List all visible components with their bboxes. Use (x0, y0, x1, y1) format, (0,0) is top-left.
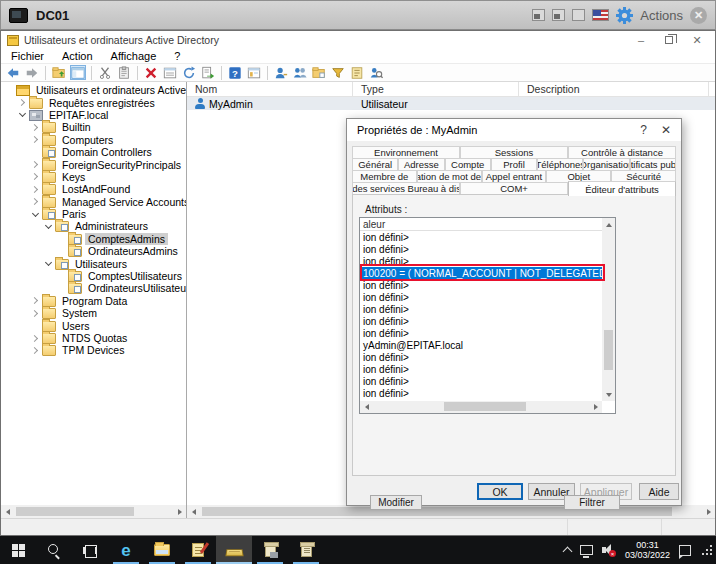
menu-item-fichier[interactable]: Fichier (11, 50, 44, 62)
collapse-icon[interactable] (43, 225, 54, 228)
open-folder-icon[interactable] (51, 65, 67, 80)
tree-item-utilisateurs-et-ordinateurs-active-directory-d[interactable]: Utilisateurs et ordinateurs Active Direc… (1, 84, 186, 96)
filter-button[interactable]: Filtrer (564, 495, 620, 510)
clipboard-icon[interactable] (116, 65, 132, 80)
attribute-row[interactable]: ion défini> (360, 279, 602, 291)
expand-icon[interactable] (30, 199, 41, 204)
directory-book-icon[interactable] (216, 536, 252, 564)
expand-icon[interactable] (17, 100, 28, 105)
scroll-icon[interactable] (288, 536, 324, 564)
tree-item-utilisateurs[interactable]: Utilisateurs (1, 257, 186, 269)
show-desktop-grip[interactable] (702, 545, 712, 555)
clock[interactable]: 00:31 03/03/2022 (625, 540, 670, 560)
tree-item-comptesadmins[interactable]: ComptesAdmins (1, 233, 186, 245)
back-icon[interactable] (5, 65, 21, 80)
scroll-right-icon[interactable] (173, 505, 186, 518)
dialog-close-button[interactable]: ✕ (661, 123, 671, 137)
tab-profil-des-services-bureau-distance[interactable]: Profil des services Bureau à distance (352, 182, 460, 194)
delete-icon[interactable] (143, 65, 159, 80)
attributes-list-header[interactable]: aleur (360, 218, 602, 231)
attributes-vertical-scrollbar[interactable] (602, 218, 615, 401)
scroll-left-icon[interactable] (1, 505, 14, 518)
scroll-up-icon[interactable] (602, 218, 615, 231)
tab-membre-de[interactable]: Membre de (352, 170, 417, 182)
close-icon[interactable]: ✕ (690, 7, 707, 24)
settings-gear-icon[interactable] (616, 7, 633, 24)
attribute-row[interactable]: ion défini> (360, 387, 602, 399)
forward-icon[interactable] (24, 65, 40, 80)
tree-item-ntds-quotas[interactable]: NTDS Quotas (1, 332, 186, 344)
attribute-row[interactable]: ion défini> (360, 351, 602, 363)
tree-item-ordinateursadmins[interactable]: OrdinateursAdmins (1, 245, 186, 257)
tree-item-lostandfound[interactable]: LostAndFound (1, 183, 186, 195)
collapse-icon[interactable] (43, 262, 54, 265)
tab-g-n-ral[interactable]: Général (352, 158, 398, 170)
list-window-icon[interactable] (162, 65, 178, 80)
column-header-type[interactable]: Type (353, 82, 519, 96)
add-group-icon[interactable] (292, 65, 308, 80)
notepad-pencil-icon[interactable] (180, 536, 216, 564)
network-icon[interactable] (580, 545, 593, 555)
add-ou-icon[interactable] (311, 65, 327, 80)
tree-item-builtin[interactable]: Builtin (1, 121, 186, 133)
file-explorer-icon[interactable] (144, 536, 180, 564)
column-header-description[interactable]: Description (519, 82, 709, 96)
tree-item-system[interactable]: System (1, 307, 186, 319)
tree-item-managed-service-accounts[interactable]: Managed Service Accounts (1, 196, 186, 208)
ok-button[interactable]: OK (477, 483, 523, 500)
window-control-1-icon[interactable] (532, 9, 545, 21)
minimize-button[interactable]: – (627, 32, 655, 49)
attribute-row[interactable]: ion défini> (360, 375, 602, 387)
add-user-icon[interactable] (273, 65, 289, 80)
tree-item-foreignsecurityprincipals[interactable]: ForeignSecurityPrincipals (1, 158, 186, 170)
window-control-3-icon[interactable] (572, 9, 585, 21)
tab-contr-le-distance[interactable]: Contrôle à distance (568, 146, 676, 158)
tray-expand-icon[interactable] (563, 547, 573, 557)
expand-icon[interactable] (30, 174, 41, 179)
expand-icon[interactable] (30, 187, 41, 192)
tree-item-comptesutilisateurs[interactable]: ComptesUtilisateurs (1, 270, 186, 282)
list-horizontal-scrollbar[interactable] (187, 505, 715, 518)
list-row-myadmin[interactable]: MyAdminUtilisateur (187, 97, 715, 110)
filter-icon[interactable] (330, 65, 346, 80)
tab-diteur-d-attributs[interactable]: Éditeur d'attributs (568, 181, 676, 196)
collapse-icon[interactable] (30, 213, 41, 216)
column-header-nom[interactable]: Nom (187, 82, 353, 96)
attribute-row[interactable]: ion défini> (360, 291, 602, 303)
tab-t-l-phones[interactable]: Téléphones (537, 158, 583, 170)
help-button-footer[interactable]: Aide (639, 483, 679, 500)
collapse-icon[interactable] (17, 113, 28, 116)
tree-item-users[interactable]: Users (1, 319, 186, 331)
action-center-icon[interactable] (679, 545, 691, 556)
help-button[interactable]: ? (640, 123, 647, 137)
view-window-icon[interactable] (246, 65, 262, 80)
attribute-row[interactable]: ion défini> (360, 243, 602, 255)
tree-item-paris[interactable]: Paris (1, 208, 186, 220)
tree-horizontal-scrollbar[interactable] (1, 505, 186, 518)
tab-organisation[interactable]: Organisation (583, 158, 629, 170)
keyboard-layout-flag-icon[interactable] (592, 9, 609, 21)
scroll-down-icon[interactable] (602, 388, 615, 401)
search-icon[interactable] (36, 536, 72, 564)
tab-com+[interactable]: COM+ (460, 182, 568, 194)
attributes-horizontal-scrollbar[interactable] (360, 401, 602, 413)
tree-item-tpm-devices[interactable]: TPM Devices (1, 344, 186, 356)
tree-item-requ-tes-enregistr-es[interactable]: Requêtes enregistrées (1, 96, 186, 108)
expand-icon[interactable] (30, 336, 41, 341)
menu-item-action[interactable]: Action (62, 50, 93, 62)
menu-item-affichage[interactable]: Affichage (111, 50, 157, 62)
scroll-right-icon[interactable] (702, 505, 715, 518)
tab-compte[interactable]: Compte (445, 158, 491, 170)
attribute-row[interactable]: ion défini> (360, 327, 602, 339)
attribute-row-selected[interactable]: 100200 = ( NORMAL_ACCOUNT | NOT_DELEGATE… (360, 267, 602, 279)
attribute-row[interactable]: ion défini> (360, 255, 602, 267)
tree-item-computers[interactable]: Computers (1, 134, 186, 146)
start-icon[interactable] (0, 536, 36, 564)
attribute-row[interactable]: ion défini> (360, 231, 602, 243)
tree-item-keys[interactable]: Keys (1, 171, 186, 183)
window-control-2-icon[interactable] (552, 9, 565, 21)
expand-icon[interactable] (30, 137, 41, 142)
task-view-icon[interactable] (72, 536, 108, 564)
cut-icon[interactable] (97, 65, 113, 80)
internet-explorer-icon[interactable]: e (108, 536, 144, 564)
